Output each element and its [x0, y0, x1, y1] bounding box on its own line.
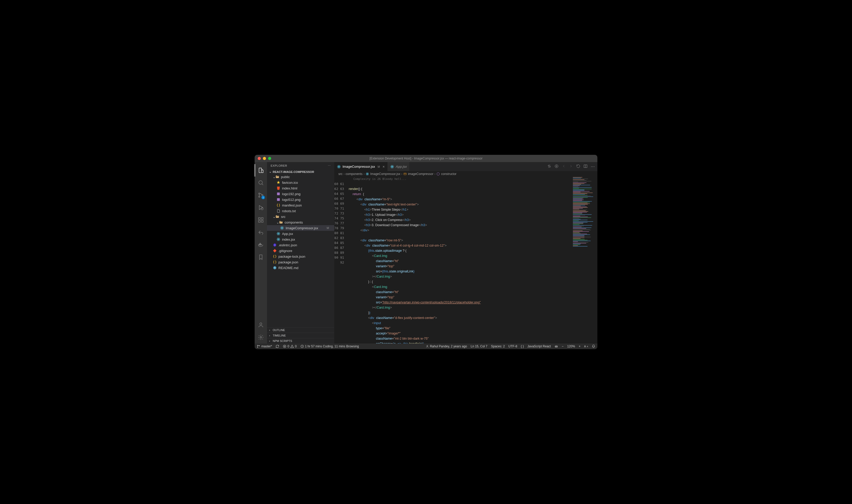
file-ImageCompressor.jsx[interactable]: ImageCompressor.jsxM [267, 225, 334, 231]
errors-indicator[interactable]: 0 0 [283, 344, 296, 348]
file-App.jsx[interactable]: App.jsx [267, 231, 334, 236]
branch-indicator[interactable]: master* [257, 344, 272, 348]
font-size-icon[interactable]: AA [584, 345, 588, 348]
share-icon[interactable] [255, 226, 267, 238]
outline-section[interactable]: ›OUTLINE [267, 327, 334, 332]
file-label: .eslintrc.json [278, 243, 297, 247]
png-icon [276, 197, 280, 202]
svg-point-25 [278, 239, 279, 240]
npm-scripts-section[interactable]: ›NPM SCRIPTS [267, 338, 334, 343]
cursor-position[interactable]: Ln 15, Col 7 [471, 344, 488, 348]
prev-change-icon[interactable] [562, 164, 566, 169]
project-header[interactable]: ⌄ REACT-IMAGE-COMPRESSOR [267, 169, 334, 174]
svg-rect-15 [277, 193, 280, 195]
zoom-level[interactable]: 120% [567, 344, 575, 348]
file-index.jsx[interactable]: index.jsx [267, 236, 334, 242]
bc-class[interactable]: imageCompressor [408, 172, 433, 176]
code-content[interactable]: render() { return ( <div className="m-5"… [349, 177, 572, 343]
sync-icon[interactable] [275, 344, 279, 348]
svg-rect-5 [258, 218, 260, 219]
file-robots.txt[interactable]: robots.txt [267, 208, 334, 214]
folder-src[interactable]: ⌄src [267, 214, 334, 219]
file-manifest.json[interactable]: manifest.json [267, 202, 334, 208]
tab-App.jsx[interactable]: App.jsx [387, 162, 410, 171]
code-editor[interactable]: Complexity is 26 Bloody hell... 60 61 62… [334, 177, 597, 343]
docker-icon[interactable] [255, 238, 267, 251]
explorer-icon[interactable] [255, 164, 267, 177]
git-blame[interactable]: Rahul Pandey, 2 years ago [426, 344, 467, 348]
file-package-lock.json[interactable]: package-lock.json [267, 254, 334, 259]
txt-icon [276, 209, 280, 213]
sidebar-more-icon[interactable]: ⋯ [328, 164, 331, 167]
method-icon [436, 172, 440, 176]
file-label: .gitignore [278, 249, 292, 253]
close-window-button[interactable] [258, 157, 261, 160]
minimap[interactable] [572, 177, 597, 343]
tab-ImageCompressor.jsx[interactable]: ImageCompressor.jsxM× [334, 162, 387, 171]
file-logo192.png[interactable]: logo192.png [267, 191, 334, 197]
class-icon [403, 172, 407, 176]
folder-components[interactable]: ⌄components [267, 219, 334, 225]
notifications-icon[interactable] [592, 344, 595, 348]
file-README.md[interactable]: README.md [267, 265, 334, 271]
react-icon [276, 232, 280, 236]
file-package.json[interactable]: package.json [267, 259, 334, 265]
zoom-out[interactable]: − [562, 344, 563, 348]
file-label: src [281, 215, 285, 219]
svg-rect-16 [277, 198, 280, 201]
run-debug-icon[interactable] [255, 201, 267, 214]
language-mode[interactable]: JavaScript React [527, 344, 551, 348]
bc-components[interactable]: components [346, 172, 362, 176]
file-.eslintrc.json[interactable]: .eslintrc.json [267, 242, 334, 248]
file-index.html[interactable]: index.html [267, 185, 334, 191]
time-tracking[interactable]: 1 hr 57 mins Coding, 11 mins Browsing [301, 344, 359, 348]
chevron-down-icon: ⌄ [269, 170, 272, 174]
compare-icon[interactable] [547, 164, 551, 169]
html-icon [276, 186, 280, 190]
svg-point-41 [367, 174, 367, 174]
tab-actions: ⋯ [547, 162, 597, 171]
search-icon[interactable] [255, 177, 267, 189]
chevron-down-icon: ⌄ [276, 220, 279, 224]
react-icon [280, 226, 284, 230]
file-favicon.ico[interactable]: favicon.ico [267, 180, 334, 185]
settings-icon[interactable] [255, 331, 267, 343]
minimize-window-button[interactable] [263, 157, 266, 160]
bc-file[interactable]: ImageCompressor.jsx [370, 172, 400, 176]
file-logo512.png[interactable]: logo512.png [267, 197, 334, 202]
md-icon [273, 266, 277, 270]
file-label: public [281, 175, 290, 179]
maximize-window-button[interactable] [268, 157, 271, 160]
bookmark-icon[interactable] [255, 251, 267, 263]
scm-badge: 1 [261, 196, 265, 199]
sidebar: EXPLORER ⋯ ⌄ REACT-IMAGE-COMPRESSOR ⌄pub… [267, 162, 334, 343]
indentation[interactable]: Spaces: 2 [491, 344, 505, 348]
run-icon[interactable] [555, 164, 559, 169]
sidebar-header: EXPLORER ⋯ [267, 162, 334, 169]
breadcrumb[interactable]: src› components› ImageCompressor.jsx› im… [334, 171, 597, 177]
bc-src[interactable]: src [338, 172, 343, 176]
copilot-icon[interactable] [555, 344, 558, 348]
file-.gitignore[interactable]: .gitignore [267, 248, 334, 254]
bc-method[interactable]: constructor [441, 172, 456, 176]
svg-point-53 [556, 346, 556, 347]
revert-icon[interactable] [576, 164, 580, 169]
split-editor-icon[interactable] [583, 164, 587, 169]
folder-icon [275, 175, 279, 179]
svg-point-1 [259, 193, 260, 194]
code-lens-hint[interactable]: Complexity is 26 Bloody hell... [354, 177, 406, 181]
close-tab-icon[interactable]: × [383, 165, 385, 169]
zoom-in[interactable]: + [579, 344, 581, 348]
folder-icon [275, 215, 279, 219]
folder-public[interactable]: ⌄public [267, 174, 334, 180]
bracket-icon[interactable]: { } [521, 344, 524, 348]
more-actions-icon[interactable]: ⋯ [591, 164, 595, 169]
extensions-icon[interactable] [255, 214, 267, 226]
account-icon[interactable] [255, 319, 267, 331]
encoding[interactable]: UTF-8 [508, 344, 517, 348]
svg-point-31 [339, 166, 339, 167]
source-control-icon[interactable]: 1 [255, 189, 267, 201]
next-change-icon[interactable] [569, 164, 573, 169]
timeline-section[interactable]: ›TIMELINE [267, 332, 334, 338]
file-label: favicon.ico [282, 181, 298, 184]
